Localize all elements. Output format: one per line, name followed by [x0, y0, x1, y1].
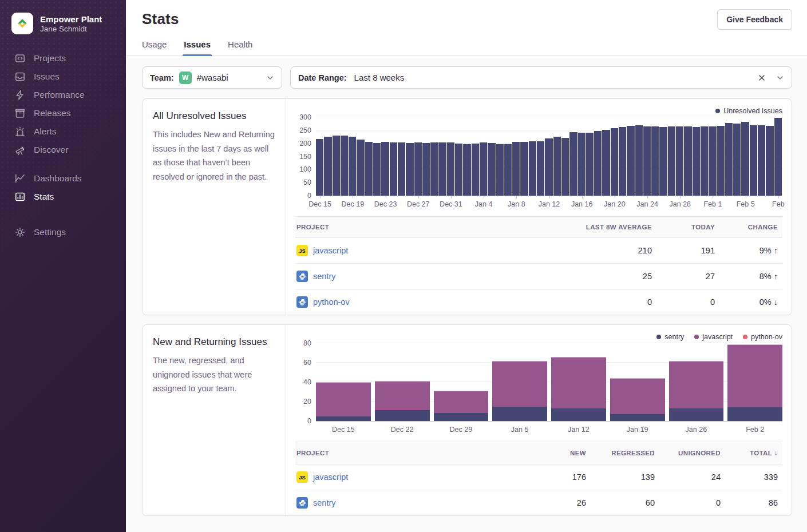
chart-legend: Unresolved Issues	[295, 106, 782, 116]
panel-description: New and Returning Issues The new, regres…	[143, 325, 286, 515]
chart-bar	[643, 126, 651, 196]
stacked-bar	[669, 361, 724, 421]
project-link-sentry[interactable]: sentry	[313, 272, 336, 281]
unresolved-issues-chart[interactable]: Unresolved Issues050100150200250300Dec 1…	[295, 106, 782, 211]
chart-bar	[496, 144, 504, 196]
chart-bar	[512, 142, 520, 196]
chart-bar	[545, 138, 552, 196]
table-header-project: PROJECT	[295, 217, 559, 238]
sidebar-item-label: Projects	[34, 53, 66, 63]
sidebar-item-label: Alerts	[34, 126, 57, 137]
chart-plot[interactable]	[316, 343, 782, 421]
chart-bar	[635, 125, 643, 196]
chart-bar	[553, 137, 561, 196]
tab-health[interactable]: Health	[228, 39, 252, 55]
chart-bar	[676, 126, 683, 196]
chart-bar	[659, 127, 667, 196]
chart-bar	[488, 143, 495, 196]
legend-dot-icon	[694, 335, 699, 339]
chart-bar	[333, 136, 340, 196]
sidebar-item-projects[interactable]: Projects	[0, 49, 126, 68]
clear-date-icon[interactable]	[756, 72, 768, 84]
project-link-python-ov[interactable]: python-ov	[313, 297, 350, 307]
table-cell: 191	[656, 238, 719, 264]
table-cell: 139	[591, 464, 659, 490]
stacked-bar	[492, 361, 547, 421]
panel-description: All Unresolved Issues This includes New …	[143, 99, 286, 315]
panel-new-returning-issues: New and Returning Issues The new, regres…	[142, 324, 792, 516]
table-cell: 0	[656, 289, 719, 315]
chart-bar	[529, 141, 536, 196]
sidebar-item-label: Performance	[34, 90, 85, 100]
stacked-bar	[316, 382, 371, 421]
chart-bar	[349, 137, 356, 196]
table-header-regressed: REGRESSED	[591, 442, 659, 464]
sidebar-item-stats[interactable]: Stats	[0, 188, 126, 206]
sidebar-item-label: Discover	[34, 145, 68, 155]
table-header-unignored: UNIGNORED	[659, 442, 725, 464]
chart-bar	[373, 143, 381, 196]
project-link-sentry[interactable]: sentry	[313, 498, 336, 507]
team-avatar: W	[179, 72, 192, 84]
change-cell: 0% ↓	[719, 289, 782, 315]
table-header-change: CHANGE	[719, 217, 782, 238]
change-cell: 9% ↑	[719, 238, 782, 264]
sidebar-item-releases[interactable]: Releases	[0, 104, 126, 122]
sort-desc-icon: ↓	[774, 449, 778, 457]
sidebar-item-issues[interactable]: Issues	[0, 68, 126, 86]
chart-bar	[422, 143, 430, 196]
date-range-select[interactable]: Date Range: Last 8 weeks	[290, 66, 792, 89]
project-link-javascript[interactable]: javascript	[313, 246, 348, 255]
table-header-total[interactable]: TOTAL ↓	[725, 442, 782, 464]
tab-usage[interactable]: Usage	[142, 39, 167, 55]
new-returning-issues-chart[interactable]: sentryjavascriptpython-ov020406080Dec 15…	[295, 332, 782, 436]
legend-item[interactable]: javascript	[694, 333, 733, 341]
chart-bar	[709, 126, 716, 196]
chart-bar	[693, 127, 700, 196]
legend-dot-icon	[656, 335, 661, 339]
chart-bar	[733, 124, 741, 196]
give-feedback-button[interactable]: Give Feedback	[717, 9, 792, 30]
tab-issues[interactable]: Issues	[184, 39, 211, 55]
main-area: Stats Give Feedback UsageIssuesHealth Te…	[126, 0, 807, 532]
legend-item[interactable]: python-ov	[743, 333, 782, 341]
sidebar-item-alerts[interactable]: Alerts	[0, 122, 126, 141]
sidebar-item-label: Dashboards	[34, 173, 82, 184]
content: Team: W #wasabi Date Range: Last 8 weeks	[126, 56, 807, 532]
unresolved-issues-table: PROJECTLAST 8W AVERAGETODAYCHANGEJSjavas…	[295, 216, 782, 315]
stacked-bar	[727, 344, 782, 421]
releases-icon	[14, 108, 26, 119]
sidebar-item-dashboards[interactable]: Dashboards	[0, 169, 126, 188]
chart-plot[interactable]	[316, 117, 782, 196]
chart-bar	[602, 130, 610, 196]
table-cell: 0	[659, 490, 725, 516]
sidebar-item-settings[interactable]: Settings	[0, 223, 126, 241]
chart-bar	[341, 136, 348, 196]
date-range-value: Last 8 weeks	[354, 73, 405, 82]
chart-bar	[480, 142, 487, 196]
chart-bar	[324, 137, 331, 196]
legend-item[interactable]: Unresolved Issues	[715, 107, 782, 115]
table-cell: 25	[559, 264, 656, 289]
issues-icon	[14, 71, 26, 82]
sidebar-item-discover[interactable]: Discover	[0, 141, 126, 159]
project-link-javascript[interactable]: javascript	[313, 473, 348, 482]
chart-bar	[520, 142, 528, 196]
chart-bar	[447, 142, 454, 196]
chart-bar	[611, 128, 618, 196]
table-cell: 24	[659, 464, 725, 490]
chart-bar	[750, 125, 757, 196]
stats-tabs: UsageIssuesHealth	[126, 28, 807, 56]
y-axis: 020406080	[295, 343, 316, 421]
legend-item[interactable]: sentry	[656, 333, 684, 341]
table-row: sentry25278% ↑	[295, 264, 782, 289]
table-header-new: NEW	[528, 442, 591, 464]
chart-bar	[569, 132, 577, 196]
chart-bar	[758, 125, 765, 196]
chart-bar	[430, 142, 438, 196]
sidebar-item-performance[interactable]: Performance	[0, 86, 126, 104]
chart-bar	[504, 144, 512, 196]
org-switcher[interactable]: Empower Plant Jane Schmidt	[0, 0, 126, 49]
team-select[interactable]: Team: W #wasabi	[142, 66, 282, 89]
chart-bar	[463, 144, 470, 196]
